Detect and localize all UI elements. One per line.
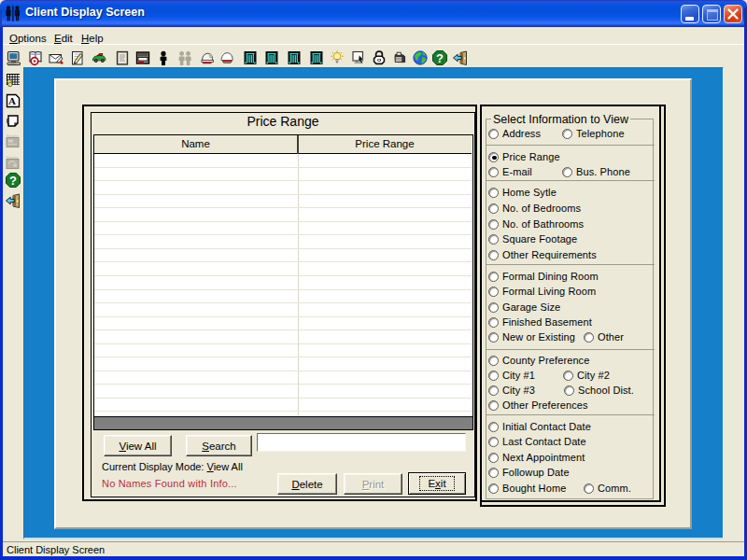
svg-text:Reports: Reports bbox=[7, 134, 19, 138]
svg-text:?: ? bbox=[436, 51, 444, 65]
svg-text:Reports: Reports bbox=[7, 156, 19, 160]
svg-text:A: A bbox=[8, 95, 16, 106]
svg-text:?: ? bbox=[9, 174, 17, 188]
